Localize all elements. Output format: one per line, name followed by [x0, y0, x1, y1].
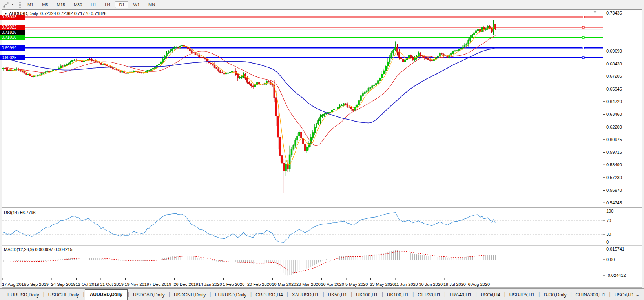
time-axis-label: 23 May 2020	[370, 282, 395, 287]
macd-label: MACD(12,26,9)	[4, 247, 34, 252]
line-study-icon[interactable]	[1, 1, 11, 8]
time-axis-label: 10 Mar 2020	[272, 282, 296, 287]
chart-tab-ger30-h1[interactable]: GER30,H1	[414, 291, 444, 300]
time-axis-label: 24 Sep 2019	[51, 282, 75, 287]
price-axis-tick: 0.68430	[606, 62, 622, 66]
time-axis-label: 6 Aug 2020	[468, 282, 490, 287]
time-axis-label: 18 Jul 2020	[443, 282, 466, 287]
time-axis-label: 5 May 2020	[345, 282, 368, 287]
chart-tab-eurusd-daily[interactable]: EURUSD,Daily	[4, 291, 43, 300]
price-axis-tick: 0.64720	[606, 99, 622, 104]
time-axis-label: 16 Apr 2020	[321, 282, 344, 287]
chart-ohlc-quote: 0.72324 0.72362 0.71770 0.71826	[40, 11, 106, 16]
chart-tab-xauusd-h1[interactable]: XAUUSD,H1	[288, 291, 323, 300]
macd-axis-tick: -0.024412	[606, 273, 626, 278]
timeframe-button-w1[interactable]: W1	[129, 1, 144, 8]
tool-dropdown-arrow-icon[interactable]: ▼	[11, 3, 14, 6]
timeframe-button-mn[interactable]: MN	[144, 1, 159, 8]
time-axis-label: 11 Jun 2020	[394, 282, 418, 287]
time-axis-label: 14 Jan 2020	[198, 282, 222, 287]
price-badge-0-71010: 0.71010	[0, 35, 25, 40]
timeframe-button-m30[interactable]: M30	[70, 1, 86, 8]
terminal-window: ▼ M1M5M15M30H1H4D1W1MN ▼AUDUSD,Daily 0.7…	[0, 0, 644, 300]
macd-values: 0.003997 0.004215	[35, 247, 72, 252]
chart-tab-audusd-daily[interactable]: AUDUSD,Daily	[85, 289, 128, 300]
time-axis-label: 30 Jun 2020	[419, 282, 443, 287]
rsi-axis-tick: 0	[606, 240, 609, 244]
price-axis-tick: 0.54745	[606, 200, 622, 205]
macd-axis-tick: 0.015741	[606, 247, 624, 251]
timeframe-button-m1[interactable]: M1	[24, 1, 37, 8]
price-badge-0-69999: 0.69999	[0, 45, 25, 51]
timeframe-button-h1[interactable]: H1	[87, 1, 100, 8]
price-badge-0-71826: 0.71826	[0, 30, 25, 35]
price-badge-0-69025: 0.69025	[0, 55, 25, 60]
chart-tab-gbpusd-h4[interactable]: GBPUSD,H4	[252, 291, 286, 300]
time-axis-label: 19 Nov 2019	[125, 282, 149, 287]
chart-tab-eurusd-daily[interactable]: EURUSD,Daily	[211, 291, 250, 300]
chart-tab-uk100-h1[interactable]: UK100,H1	[383, 291, 412, 300]
time-axis-label: 17 Aug 2019	[2, 282, 26, 287]
price-badge-0-72022: 0.72022	[0, 25, 25, 30]
rsi-pane-title: RSI(14) 56.7796	[4, 210, 36, 215]
price-axis-tick: 0.69690	[606, 49, 622, 53]
timeframe-button-d1[interactable]: D1	[115, 1, 128, 8]
timeframe-buttons: M1M5M15M30H1H4D1W1MN	[23, 1, 159, 8]
price-axis-tick: 0.73435	[606, 11, 622, 15]
chart-tab-hk50-h1[interactable]: HK50,H1	[325, 291, 351, 300]
price-badge-0-73033: 0.73033	[0, 15, 25, 20]
chart-tab-usdcad-daily[interactable]: USDCAD,Daily	[130, 291, 168, 300]
rsi-axis-tick: 70	[606, 218, 611, 223]
toolbar-grip-handle[interactable]	[18, 2, 21, 8]
time-axis-label: 26 Dec 2019	[174, 282, 198, 287]
chart-tab-fra40-h1[interactable]: FRA40,H1	[446, 291, 475, 300]
macd-pane-title: MACD(12,26,9) 0.003997 0.004215	[4, 247, 72, 252]
chart-tab-dj30-daily[interactable]: DJ30,Daily	[540, 291, 570, 300]
chart-tab-usoil-h4[interactable]: USOil,H4	[477, 291, 504, 300]
timeframe-toolbar: ▼ M1M5M15M30H1H4D1W1MN	[0, 0, 644, 9]
price-axis-tick: 0.55970	[606, 188, 622, 193]
tab-scroll-arrows-icon[interactable]: ◄ ►	[627, 293, 642, 297]
rsi-axis-tick: 100	[606, 209, 613, 213]
chart-tab-usdchf-daily[interactable]: USDCHF,Daily	[45, 291, 83, 300]
timeframe-button-h4[interactable]: H4	[101, 1, 114, 8]
chart-background[interactable]	[2, 10, 642, 288]
price-axis-tick: 0.58490	[606, 162, 622, 167]
rsi-label: RSI(14)	[4, 210, 19, 215]
time-axis-label: 5 Sep 2019	[27, 282, 49, 287]
price-axis-tick: 0.63460	[606, 112, 622, 116]
chart-tab-china300-h1[interactable]: CHINA300,H1	[572, 291, 609, 300]
price-axis-tick: 0.57230	[606, 175, 622, 180]
chart-tab-usdcnh-daily[interactable]: USDCNH,Daily	[170, 291, 209, 300]
price-axis-tick: 0.59715	[606, 150, 622, 155]
price-axis-tick: 0.60975	[606, 137, 622, 142]
time-axis-label: 7 Dec 2019	[149, 282, 171, 287]
time-axis-label: 20 Feb 2020	[247, 282, 272, 287]
chart-tab-usdjpy-h1[interactable]: USDJPY,H1	[506, 291, 538, 300]
time-axis-label: 1 Feb 2020	[223, 282, 245, 287]
time-axis-label: 28 Mar 2020	[296, 282, 321, 287]
chart-tab-bar: EURUSD,Daily|USDCHF,Daily|AUDUSD,Daily|U…	[0, 288, 644, 300]
price-axis-tick: 0.67205	[606, 74, 622, 78]
rsi-value: 56.7796	[20, 210, 36, 215]
chart-tab-uk100-h1[interactable]: UK100,H1	[352, 291, 381, 300]
time-axis-label: 31 Oct 2019	[100, 282, 124, 287]
macd-axis-tick: 0.00	[606, 257, 615, 262]
price-axis-tick: 0.62200	[606, 125, 622, 129]
price-axis-tick: 0.65945	[606, 87, 622, 91]
time-axis-label: 12 Oct 2019	[76, 282, 99, 287]
timeframe-button-m15[interactable]: M15	[53, 1, 69, 8]
rsi-axis-tick: 30	[606, 232, 611, 236]
timeframe-button-m5[interactable]: M5	[38, 1, 52, 8]
